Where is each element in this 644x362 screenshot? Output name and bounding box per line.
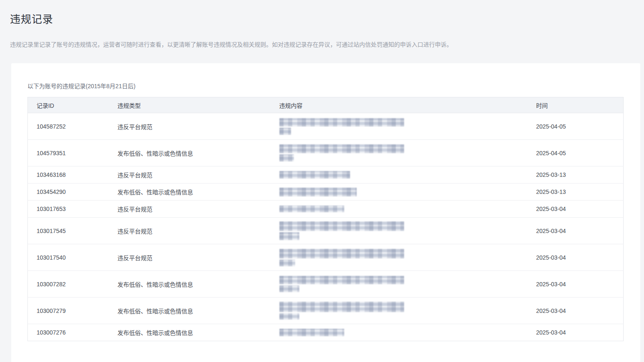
column-header: 违规内容 [271,97,528,113]
page-title: 违规记录 [10,11,634,26]
redacted-content-bar [279,329,344,336]
time-cell: 2025-04-05 [528,140,624,166]
violation-type-cell: 发布低俗、性暗示或色情信息 [109,183,271,201]
time-cell: 2025-03-04 [528,324,624,341]
record-id-cell: 103007276 [28,324,109,341]
redacted-content [279,221,523,241]
violation-type-cell: 违反平台规范 [109,244,271,271]
redacted-content-bar [279,128,291,135]
violation-type-cell: 发布低俗、性暗示或色情信息 [109,271,271,298]
violation-type-cell: 违反平台规范 [109,113,271,140]
redacted-content-bar [279,276,404,284]
violation-type-cell: 违反平台规范 [109,201,271,218]
table-row: 103463168违反平台规范2025-03-13 [28,166,624,183]
violation-content-cell [271,218,528,244]
record-id-cell: 103007282 [28,271,109,298]
time-cell: 2025-03-04 [528,298,624,324]
column-header: 记录ID [28,97,109,113]
redacted-content-bar [279,154,294,161]
violation-content-cell [271,183,528,201]
redacted-content-bar [279,188,357,196]
time-cell: 2025-03-04 [528,218,624,244]
record-id-cell: 103007279 [28,298,109,324]
violation-type-cell: 发布低俗、性暗示或色情信息 [109,324,271,341]
record-id-cell: 104579351 [28,140,109,166]
table-row: 104587252违反平台规范2025-04-05 [28,113,624,140]
violation-content-cell [271,324,528,341]
time-cell: 2025-03-13 [528,166,624,183]
violation-type-cell: 违反平台规范 [109,166,271,183]
time-cell: 2025-04-05 [528,113,624,140]
time-cell: 2025-03-13 [528,183,624,201]
redacted-content-bar [279,171,350,179]
redacted-content-bar [279,144,404,153]
table-row: 103454290发布低俗、性暗示或色情信息2025-03-13 [28,183,624,201]
redacted-content-bar [279,313,299,320]
redacted-content-bar [279,221,404,231]
table-row: 103007279发布低俗、性暗示或色情信息2025-03-04 [28,298,624,324]
redacted-content [279,170,523,179]
violation-records-table: 记录ID违规类型违规内容时间 104587252违反平台规范2025-04-05… [27,97,624,341]
table-row: 104579351发布低俗、性暗示或色情信息2025-04-05 [28,140,624,166]
violation-content-cell [271,271,528,298]
violation-content-cell [271,244,528,271]
time-cell: 2025-03-04 [528,201,624,218]
redacted-content-bar [279,260,295,266]
violation-type-cell: 发布低俗、性暗示或色情信息 [109,298,271,324]
redacted-content [279,117,523,136]
violation-type-cell: 发布低俗、性暗示或色情信息 [109,140,271,166]
table-row: 103007276发布低俗、性暗示或色情信息2025-03-04 [28,324,624,341]
table-body: 104587252违反平台规范2025-04-05104579351发布低俗、性… [28,113,624,341]
record-id-cell: 104587252 [28,113,109,140]
table-header-row: 记录ID违规类型违规内容时间 [28,97,624,113]
page-header: 违规记录 违规记录里记录了账号的违规情况，运营者可随时进行查看，以更清晰了解账号… [0,0,644,49]
redacted-content [279,144,523,162]
record-id-cell: 103017653 [28,201,109,218]
record-id-cell: 103017540 [28,244,109,271]
record-id-cell: 103454290 [28,183,109,201]
redacted-content-bar [279,206,344,212]
table-row: 103017540违反平台规范2025-03-04 [28,244,624,271]
table-row: 103017653违反平台规范2025-03-04 [28,201,624,218]
records-note: 以下为账号的违规记录(2015年8月21日后) [27,82,640,90]
record-id-cell: 103017545 [28,218,109,244]
redacted-content [279,205,523,213]
violation-content-cell [271,201,528,218]
record-id-cell: 103463168 [28,166,109,183]
column-header: 时间 [528,97,624,113]
time-cell: 2025-03-04 [528,271,624,298]
redacted-content-bar [279,118,404,126]
redacted-content-bar [279,285,299,292]
page-description: 违规记录里记录了账号的违规情况，运营者可随时进行查看，以更清晰了解账号违规情况及… [10,41,634,49]
violation-content-cell [271,140,528,166]
violation-type-cell: 违反平台规范 [109,218,271,244]
time-cell: 2025-03-04 [528,244,624,271]
violation-records-card: 以下为账号的违规记录(2015年8月21日后) 记录ID违规类型违规内容时间 1… [11,63,640,362]
redacted-content [279,187,523,197]
redacted-content [279,248,523,267]
table-row: 103017545违反平台规范2025-03-04 [28,218,624,244]
redacted-content-bar [279,232,299,240]
redacted-content-bar [279,249,404,258]
redacted-content-bar [279,302,404,312]
column-header: 违规类型 [109,97,271,113]
violation-content-cell [271,113,528,140]
redacted-content [279,301,523,320]
table-row: 103007282发布低俗、性暗示或色情信息2025-03-04 [28,271,624,298]
redacted-content [279,328,523,337]
violation-content-cell [271,166,528,183]
violation-content-cell [271,298,528,324]
redacted-content [279,275,523,293]
